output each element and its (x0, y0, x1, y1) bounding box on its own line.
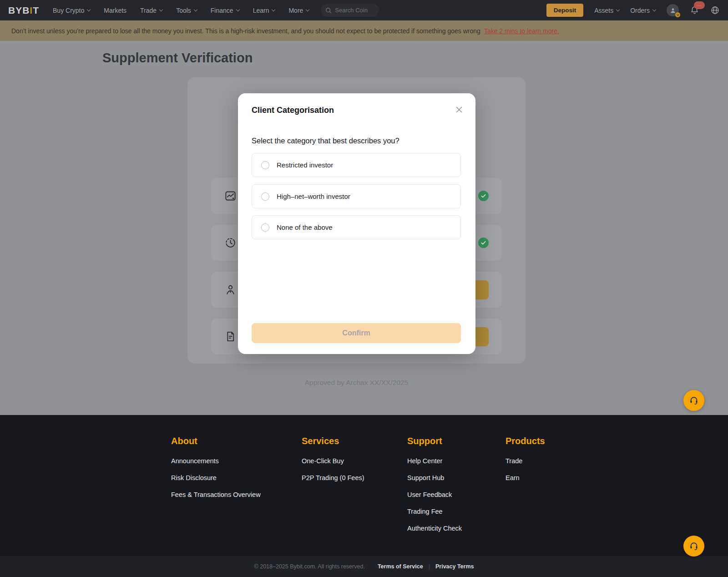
radio-icon (261, 223, 269, 232)
client-categorisation-modal: Client Categorisation Select the categor… (238, 93, 475, 354)
chevron-down-icon (272, 8, 275, 11)
footer-bottom-bar: © 2018–2025 Bybit.com. All rights reserv… (0, 556, 728, 577)
nav-markets[interactable]: Markets (104, 7, 126, 14)
chevron-down-icon (194, 8, 197, 11)
footer-link-risk-disclosure[interactable]: Risk Disclosure (171, 474, 261, 481)
nav-orders[interactable]: Orders (630, 7, 656, 14)
headset-icon (689, 395, 699, 405)
nav-more[interactable]: More (288, 7, 309, 14)
person-icon (224, 283, 237, 296)
footer-link-one-click-buy[interactable]: One-Click Buy (302, 457, 364, 465)
risk-learn-more-link[interactable]: Take 2 mins to learn more. (484, 27, 559, 35)
option-label: Restricted investor (277, 161, 333, 169)
footer-link-fees-overview[interactable]: Fees & Transactions Overview (171, 491, 261, 498)
notification-bell[interactable]: ··· (690, 5, 699, 15)
option-label: None of the above (277, 223, 333, 231)
risk-warning-banner: Don’t invest unless you’re prepared to l… (0, 20, 728, 41)
footer-link-help-center[interactable]: Help Center (407, 457, 462, 465)
footer-column-products: Products Trade Earn (506, 436, 545, 491)
headset-icon (689, 541, 699, 551)
separator: | (429, 563, 430, 570)
main-menu: Buy Crypto Markets Trade Tools Finance L… (53, 7, 309, 14)
footer-link-trade[interactable]: Trade (506, 457, 545, 465)
footer-column-support: Support Help Center Support Hub User Fee… (407, 436, 462, 542)
risk-warning-text: Don’t invest unless you’re prepared to l… (11, 27, 480, 35)
top-nav: BYBIT Buy Crypto Markets Trade Tools Fin… (0, 0, 728, 20)
close-icon[interactable] (455, 105, 464, 114)
radio-icon (261, 192, 269, 201)
check-icon (478, 191, 489, 201)
footer-heading-about: About (171, 436, 261, 446)
nav-learn[interactable]: Learn (253, 7, 275, 14)
search-placeholder: Search Coin (335, 7, 368, 14)
user-icon (669, 7, 677, 14)
confirm-button[interactable]: Confirm (252, 323, 461, 343)
footer-column-about: About Announcements Risk Disclosure Fees… (171, 436, 261, 508)
search-input[interactable]: Search Coin (321, 4, 379, 17)
footer: About Announcements Risk Disclosure Fees… (0, 415, 728, 577)
nav-finance[interactable]: Finance (211, 7, 239, 14)
page-title: Supplement Verification (102, 51, 253, 66)
footer-link-support-hub[interactable]: Support Hub (407, 474, 462, 481)
photo-chart-icon (224, 190, 237, 202)
footer-link-trading-fee[interactable]: Trading Fee (407, 508, 462, 515)
footer-link-authenticity-check[interactable]: Authenticity Check (407, 525, 462, 532)
footer-link-user-feedback[interactable]: User Feedback (407, 491, 462, 498)
deposit-button[interactable]: Deposit (546, 4, 584, 17)
support-chat-button[interactable] (683, 390, 704, 411)
footer-link-p2p-trading[interactable]: P2P Trading (0 Fees) (302, 474, 364, 481)
chevron-down-icon (159, 8, 163, 11)
check-icon (478, 238, 489, 248)
chevron-down-icon (236, 8, 239, 11)
chevron-down-icon (87, 8, 91, 11)
terms-of-service-link[interactable]: Terms of Service (378, 563, 423, 570)
bybit-page: BYBIT Buy Crypto Markets Trade Tools Fin… (0, 0, 728, 577)
nav-trade[interactable]: Trade (140, 7, 162, 14)
option-label: High–net–worth investor (277, 192, 350, 200)
option-none-of-the-above[interactable]: None of the above (252, 215, 461, 239)
logo-text-2: T (33, 5, 39, 15)
support-chat-button-footer[interactable] (683, 536, 704, 557)
notification-badge: ··· (694, 1, 705, 9)
document-icon (224, 330, 237, 343)
privacy-terms-link[interactable]: Privacy Terms (435, 563, 474, 570)
footer-column-services: Services One-Click Buy P2P Trading (0 Fe… (302, 436, 364, 491)
language-globe-icon[interactable] (710, 5, 720, 15)
approved-note: Approved by Archax XX/XX/2025 (187, 379, 526, 387)
footer-heading-services: Services (302, 436, 364, 446)
search-icon (325, 7, 332, 14)
chevron-down-icon (306, 8, 309, 11)
modal-title: Client Categorisation (252, 106, 334, 115)
clock-icon (224, 237, 237, 249)
copyright-text: © 2018–2025 Bybit.com. All rights reserv… (254, 563, 365, 570)
logo-text: BYB (8, 5, 30, 15)
footer-heading-products: Products (506, 436, 545, 446)
chevron-down-icon (616, 8, 620, 11)
avatar[interactable] (667, 4, 679, 16)
nav-buy-crypto[interactable]: Buy Crypto (53, 7, 90, 14)
avatar-chevron-badge (675, 12, 680, 17)
radio-icon (261, 161, 269, 169)
footer-heading-support: Support (407, 436, 462, 446)
bybit-logo[interactable]: BYBIT (8, 5, 39, 16)
nav-tools[interactable]: Tools (176, 7, 197, 14)
footer-link-earn[interactable]: Earn (506, 474, 545, 481)
option-high-net-worth-investor[interactable]: High–net–worth investor (252, 184, 461, 208)
nav-assets[interactable]: Assets (594, 7, 619, 14)
chevron-down-icon (652, 8, 656, 11)
option-restricted-investor[interactable]: Restricted investor (252, 153, 461, 177)
footer-link-announcements[interactable]: Announcements (171, 457, 261, 465)
modal-question: Select the category that best describes … (252, 137, 399, 145)
